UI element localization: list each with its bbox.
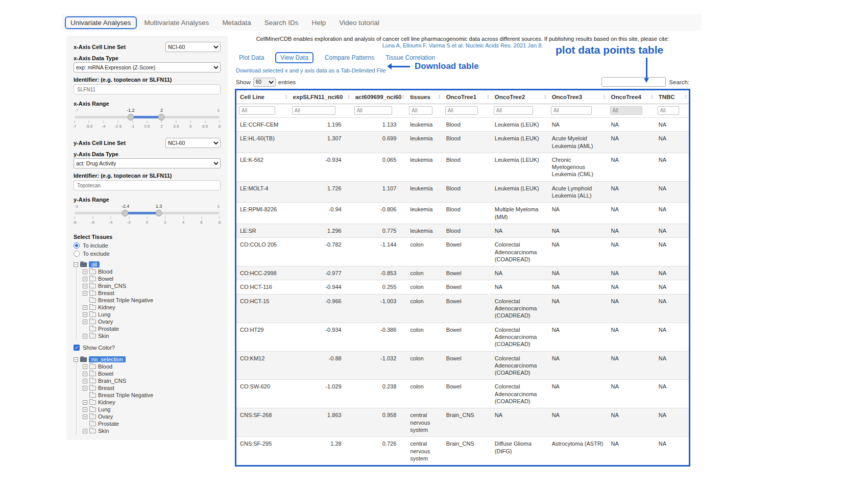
column-header[interactable]: tissues — [406, 90, 442, 104]
nav-tab[interactable]: Multivariate Analyses — [139, 16, 215, 29]
tree-item[interactable]: Prostate — [83, 325, 221, 332]
tree-item[interactable]: Bowel — [83, 370, 221, 377]
content-tab[interactable]: View Data — [275, 52, 313, 63]
tree-item[interactable]: Kidney — [83, 399, 221, 406]
column-filter-input[interactable] — [610, 106, 642, 115]
sort-icon[interactable] — [684, 94, 687, 100]
sort-icon[interactable] — [438, 94, 441, 100]
table-row[interactable]: LE:RPMI-8226 -0.94 -0.806 leukemia Blood… — [236, 203, 689, 224]
content-tab[interactable]: Tissue Correlation — [385, 54, 435, 61]
range-handle-high[interactable] — [156, 210, 162, 216]
table-row[interactable]: CNS:SF-268 1.863 0.958 central nervous s… — [236, 408, 689, 437]
column-header[interactable]: Cell Line — [236, 90, 290, 104]
table-row[interactable]: CO:HT29 -0.934 -0.386 colon Bowel Colore… — [236, 323, 689, 351]
column-filter-input[interactable] — [445, 106, 478, 115]
sort-icon[interactable] — [285, 94, 288, 100]
tree-item[interactable]: Lung — [83, 406, 221, 413]
table-row[interactable]: CO:HCC-2998 -0.977 -0.853 colon Bowel NA… — [236, 266, 689, 280]
column-filter-input[interactable] — [239, 106, 275, 115]
content-tab[interactable]: Compare Patterns — [325, 54, 374, 61]
nav-tab[interactable]: Search IDs — [259, 16, 304, 29]
tree-item[interactable]: Skin — [83, 332, 221, 339]
table-row[interactable]: CNS:SF-295 1.28 0.726 central nervous sy… — [236, 437, 689, 465]
range-handle-high[interactable] — [158, 114, 165, 120]
y-axis-range-slider[interactable]: -88-2.41.3-8-6-4-202468 — [75, 204, 220, 228]
nav-tab[interactable]: Help — [306, 16, 331, 29]
tree-item[interactable]: Prostate — [83, 420, 221, 427]
x-cell-line-set-select[interactable]: NCI-60 — [165, 42, 221, 52]
expand-icon[interactable] — [83, 386, 87, 391]
column-filter-input[interactable] — [494, 106, 533, 115]
tree-item[interactable]: Ovary — [83, 318, 221, 325]
column-header[interactable]: TNBC — [655, 90, 689, 104]
checkbox-checked-icon[interactable] — [74, 345, 80, 351]
tree-item[interactable]: Kidney — [83, 304, 221, 311]
range-handle-low[interactable] — [122, 210, 129, 216]
tree-root-label[interactable]: all — [89, 261, 100, 267]
expand-icon[interactable] — [83, 364, 87, 369]
tree-item[interactable]: Bowel — [83, 275, 221, 282]
tree-item[interactable]: Breast — [83, 289, 221, 297]
tree-item[interactable]: Ovary — [83, 413, 221, 420]
expand-icon[interactable] — [83, 407, 87, 412]
sort-icon[interactable] — [544, 94, 547, 100]
column-filter-input[interactable] — [551, 106, 592, 115]
expand-icon[interactable] — [83, 400, 87, 405]
tree-item[interactable]: Breast Triple Negative — [83, 297, 221, 304]
column-filter-input[interactable] — [658, 106, 680, 115]
expand-icon[interactable] — [83, 379, 87, 383]
table-row[interactable]: LE:K-562 -0.934 0.065 leukemia Blood Leu… — [236, 153, 689, 181]
tree-item[interactable]: Skin — [83, 427, 221, 434]
expand-icon[interactable] — [83, 334, 87, 338]
column-header[interactable]: expSLFN11_nci60 — [290, 90, 352, 104]
entries-select[interactable]: 60 — [253, 78, 276, 87]
column-filter-input[interactable] — [292, 106, 335, 115]
y-data-type-select[interactable]: act: Drug Activity — [74, 158, 221, 168]
nav-tab[interactable]: Metadata — [216, 16, 256, 29]
expand-icon[interactable] — [83, 270, 87, 274]
column-header[interactable]: OncoTree2 — [491, 90, 548, 104]
sort-icon[interactable] — [603, 94, 606, 100]
y-identifier-input[interactable] — [74, 180, 221, 190]
table-row[interactable]: CO:SW-620 -1.029 0.238 colon Bowel Color… — [236, 380, 689, 408]
tree-item[interactable]: Blood — [83, 268, 221, 275]
sort-icon[interactable] — [402, 94, 405, 100]
sort-icon[interactable] — [487, 94, 490, 100]
y-cell-line-set-select[interactable]: NCI-60 — [165, 138, 221, 148]
tree-root[interactable]: all — [74, 261, 221, 268]
collapse-icon[interactable] — [74, 357, 78, 362]
expand-icon[interactable] — [83, 372, 87, 376]
expand-icon[interactable] — [83, 277, 87, 281]
tree-item[interactable]: Brain_CNS — [83, 282, 221, 289]
radio-icon[interactable] — [74, 242, 80, 249]
tree-item[interactable]: Blood — [83, 363, 221, 370]
column-filter-input[interactable] — [409, 106, 432, 115]
table-row[interactable]: LE:CCRF-CEM 1.195 1.133 leukemia Blood L… — [236, 118, 689, 132]
column-header[interactable]: OncoTree3 — [548, 90, 608, 104]
radio-icon[interactable] — [74, 251, 80, 257]
expand-icon[interactable] — [83, 305, 87, 310]
table-row[interactable]: LE:MOLT-4 1.726 1.107 leukemia Blood Leu… — [236, 181, 689, 203]
search-input[interactable] — [601, 77, 666, 87]
tree-root-label[interactable]: no_selection — [89, 356, 126, 362]
x-data-type-select[interactable]: exp: mRNA Expression (Z-Score) — [74, 62, 221, 72]
show-color-checkbox-row[interactable]: Show Color? — [74, 344, 221, 352]
column-header[interactable]: OncoTree1 — [443, 90, 491, 104]
expand-icon[interactable] — [83, 291, 87, 296]
radio-to-include[interactable]: To include — [74, 241, 221, 250]
expand-icon[interactable] — [83, 284, 87, 288]
table-row[interactable]: CO:HCT-15 -0.966 -1.003 colon Bowel Colo… — [236, 294, 689, 323]
expand-icon[interactable] — [83, 429, 87, 433]
table-row[interactable]: CO:COLO 205 -0.782 -1.144 colon Bowel Co… — [236, 238, 689, 266]
radio-to-exclude[interactable]: To exclude — [74, 250, 221, 258]
tree-item[interactable]: Breast Triple Negative — [83, 392, 221, 399]
download-link[interactable]: Download selected x and y axis data as a… — [236, 67, 385, 74]
sort-icon[interactable] — [347, 94, 350, 100]
nav-tab[interactable]: Video tutorial — [333, 16, 385, 29]
content-tab[interactable]: Plot Data — [239, 54, 264, 61]
column-filter-input[interactable] — [354, 106, 392, 115]
table-row[interactable]: LE:HL-60(TB) 1.307 0.699 leukemia Blood … — [236, 132, 689, 153]
x-axis-range-slider[interactable]: -78-1.22-7-5.5-4-2.5-10.523.556.58 — [75, 108, 220, 132]
expand-icon[interactable] — [83, 414, 87, 419]
expand-icon[interactable] — [83, 320, 87, 324]
